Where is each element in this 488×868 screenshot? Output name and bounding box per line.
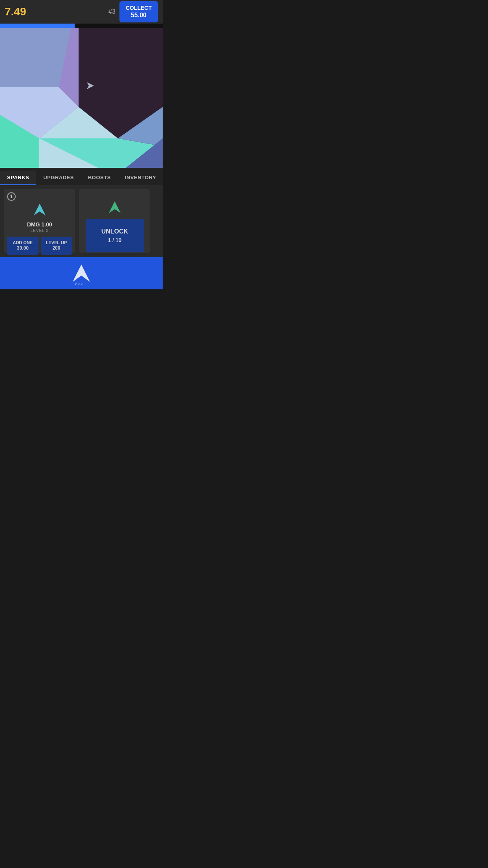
spark-card-number: 1 bbox=[7, 192, 16, 201]
svg-marker-16 bbox=[109, 201, 121, 213]
spark-card-2: UNLOCK 1 / 10 bbox=[79, 189, 150, 253]
level-up-label: LEVEL UP bbox=[42, 240, 71, 245]
unlock-button[interactable]: UNLOCK 1 / 10 bbox=[86, 219, 144, 252]
spark-icon-1 bbox=[32, 202, 48, 217]
collect-button[interactable]: COLLECT 55.00 bbox=[119, 1, 158, 23]
tab-upgrades[interactable]: UPGRADES bbox=[36, 171, 81, 185]
tab-sparks[interactable]: SPARKS bbox=[0, 171, 36, 185]
collect-amount: 55.00 bbox=[126, 11, 152, 20]
svg-marker-15 bbox=[34, 204, 46, 215]
game-cursor bbox=[86, 81, 95, 92]
bottom-arrow-icon bbox=[70, 261, 93, 285]
svg-marker-17 bbox=[73, 265, 90, 282]
spark-icon-2 bbox=[107, 199, 123, 215]
score-display: 7.49 bbox=[5, 6, 108, 18]
progress-bar-container bbox=[0, 24, 163, 28]
rank-display: #3 bbox=[108, 8, 116, 15]
tabs: SPARKS UPGRADES BOOSTS INVENTORY bbox=[0, 168, 163, 185]
level-up-amount: 200 bbox=[42, 245, 71, 252]
level-up-button[interactable]: LEVEL UP 200 bbox=[41, 237, 72, 255]
collect-label: COLLECT bbox=[126, 4, 152, 11]
svg-line-19 bbox=[78, 283, 79, 285]
spark-card-1: 1 DMG 1.00 LEVEL 0 ADD ONE 30.00 LEVEL U… bbox=[4, 189, 75, 253]
add-one-button[interactable]: ADD ONE 30.00 bbox=[7, 237, 39, 255]
svg-line-18 bbox=[75, 283, 77, 285]
spark-dmg: DMG 1.00 bbox=[27, 221, 52, 228]
add-one-label: ADD ONE bbox=[9, 240, 37, 245]
game-area[interactable] bbox=[0, 28, 163, 168]
spark-buttons: ADD ONE 30.00 LEVEL UP 200 bbox=[7, 237, 72, 255]
tab-boosts[interactable]: BOOSTS bbox=[81, 171, 118, 185]
content-area: 1 DMG 1.00 LEVEL 0 ADD ONE 30.00 LEVEL U… bbox=[0, 185, 163, 257]
svg-marker-10 bbox=[87, 82, 94, 89]
header: 7.49 #3 COLLECT 55.00 bbox=[0, 0, 163, 24]
game-background bbox=[0, 28, 163, 168]
add-one-amount: 30.00 bbox=[9, 245, 37, 252]
spark-level: LEVEL 0 bbox=[31, 228, 49, 233]
unlock-progress: 1 / 10 bbox=[89, 236, 141, 245]
progress-bar-fill bbox=[0, 24, 75, 28]
svg-line-20 bbox=[81, 283, 82, 285]
unlock-label: UNLOCK bbox=[89, 227, 141, 236]
tab-inventory[interactable]: INVENTORY bbox=[118, 171, 163, 185]
bottom-bar[interactable] bbox=[0, 257, 163, 289]
